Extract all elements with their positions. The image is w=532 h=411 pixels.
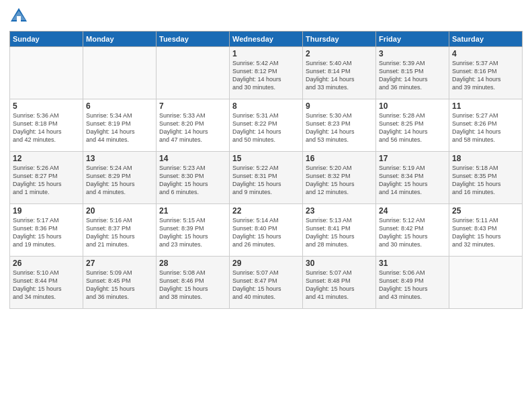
- calendar-table: SundayMondayTuesdayWednesdayThursdayFrid…: [9, 31, 523, 309]
- day-cell: 20Sunrise: 5:16 AM Sunset: 8:37 PM Dayli…: [83, 204, 157, 257]
- weekday-wednesday: Wednesday: [230, 32, 303, 47]
- day-number: 6: [86, 101, 153, 111]
- logo-icon: [9, 7, 28, 26]
- day-number: 31: [379, 259, 446, 268]
- day-info: Sunrise: 5:19 AM Sunset: 8:34 PM Dayligh…: [379, 164, 446, 197]
- day-number: 12: [13, 154, 80, 163]
- weekday-friday: Friday: [376, 32, 449, 47]
- day-number: 8: [232, 101, 300, 111]
- day-number: 10: [379, 101, 446, 111]
- day-info: Sunrise: 5:39 AM Sunset: 8:15 PM Dayligh…: [379, 59, 446, 92]
- day-cell: 18Sunrise: 5:18 AM Sunset: 8:35 PM Dayli…: [449, 152, 523, 204]
- day-cell: 5Sunrise: 5:36 AM Sunset: 8:18 PM Daylig…: [10, 99, 83, 152]
- day-cell: 23Sunrise: 5:13 AM Sunset: 8:41 PM Dayli…: [303, 204, 376, 257]
- day-info: Sunrise: 5:27 AM Sunset: 8:26 PM Dayligh…: [452, 111, 519, 144]
- day-info: Sunrise: 5:42 AM Sunset: 8:12 PM Dayligh…: [232, 59, 300, 92]
- day-cell: 19Sunrise: 5:17 AM Sunset: 8:36 PM Dayli…: [10, 204, 83, 257]
- day-cell: 16Sunrise: 5:20 AM Sunset: 8:32 PM Dayli…: [303, 152, 376, 204]
- day-number: 2: [306, 49, 373, 58]
- day-cell: 22Sunrise: 5:14 AM Sunset: 8:40 PM Dayli…: [230, 204, 303, 257]
- day-number: 24: [379, 206, 446, 216]
- day-number: 17: [379, 154, 446, 163]
- day-number: 1: [232, 49, 300, 58]
- day-cell: 2Sunrise: 5:40 AM Sunset: 8:14 PM Daylig…: [303, 47, 376, 99]
- day-info: Sunrise: 5:34 AM Sunset: 8:19 PM Dayligh…: [86, 111, 153, 144]
- day-cell: 27Sunrise: 5:09 AM Sunset: 8:45 PM Dayli…: [83, 257, 157, 309]
- day-info: Sunrise: 5:22 AM Sunset: 8:31 PM Dayligh…: [232, 164, 300, 197]
- day-info: Sunrise: 5:09 AM Sunset: 8:45 PM Dayligh…: [86, 269, 153, 302]
- day-cell: 7Sunrise: 5:33 AM Sunset: 8:20 PM Daylig…: [157, 99, 230, 152]
- weekday-saturday: Saturday: [449, 32, 523, 47]
- weekday-sunday: Sunday: [10, 32, 83, 47]
- day-info: Sunrise: 5:30 AM Sunset: 8:23 PM Dayligh…: [306, 111, 373, 144]
- day-cell: 3Sunrise: 5:39 AM Sunset: 8:15 PM Daylig…: [376, 47, 449, 99]
- day-cell: 30Sunrise: 5:07 AM Sunset: 8:48 PM Dayli…: [303, 257, 376, 309]
- day-cell: 9Sunrise: 5:30 AM Sunset: 8:23 PM Daylig…: [303, 99, 376, 152]
- day-info: Sunrise: 5:10 AM Sunset: 8:44 PM Dayligh…: [13, 269, 80, 302]
- day-number: 29: [232, 259, 300, 268]
- day-info: Sunrise: 5:15 AM Sunset: 8:39 PM Dayligh…: [159, 216, 226, 249]
- day-cell: 26Sunrise: 5:10 AM Sunset: 8:44 PM Dayli…: [10, 257, 83, 309]
- day-cell: 1Sunrise: 5:42 AM Sunset: 8:12 PM Daylig…: [230, 47, 303, 99]
- day-info: Sunrise: 5:07 AM Sunset: 8:48 PM Dayligh…: [306, 269, 373, 302]
- day-info: Sunrise: 5:14 AM Sunset: 8:40 PM Dayligh…: [232, 216, 300, 249]
- day-info: Sunrise: 5:28 AM Sunset: 8:25 PM Dayligh…: [379, 111, 446, 144]
- day-number: 14: [159, 154, 226, 163]
- day-cell: 12Sunrise: 5:26 AM Sunset: 8:27 PM Dayli…: [10, 152, 83, 204]
- day-cell: 21Sunrise: 5:15 AM Sunset: 8:39 PM Dayli…: [157, 204, 230, 257]
- day-cell: 14Sunrise: 5:23 AM Sunset: 8:30 PM Dayli…: [157, 152, 230, 204]
- day-info: Sunrise: 5:40 AM Sunset: 8:14 PM Dayligh…: [306, 59, 373, 92]
- week-row-2: 5Sunrise: 5:36 AM Sunset: 8:18 PM Daylig…: [10, 99, 523, 152]
- week-row-4: 19Sunrise: 5:17 AM Sunset: 8:36 PM Dayli…: [10, 204, 523, 257]
- day-info: Sunrise: 5:16 AM Sunset: 8:37 PM Dayligh…: [86, 216, 153, 249]
- day-cell: [10, 47, 83, 99]
- day-cell: 13Sunrise: 5:24 AM Sunset: 8:29 PM Dayli…: [83, 152, 157, 204]
- day-cell: 8Sunrise: 5:31 AM Sunset: 8:22 PM Daylig…: [230, 99, 303, 152]
- day-info: Sunrise: 5:20 AM Sunset: 8:32 PM Dayligh…: [306, 164, 373, 197]
- day-cell: 6Sunrise: 5:34 AM Sunset: 8:19 PM Daylig…: [83, 99, 157, 152]
- day-info: Sunrise: 5:31 AM Sunset: 8:22 PM Dayligh…: [232, 111, 300, 144]
- page: SundayMondayTuesdayWednesdayThursdayFrid…: [0, 0, 532, 411]
- day-number: 5: [13, 101, 80, 111]
- day-info: Sunrise: 5:06 AM Sunset: 8:49 PM Dayligh…: [379, 269, 446, 302]
- day-number: 15: [232, 154, 300, 163]
- day-cell: 4Sunrise: 5:37 AM Sunset: 8:16 PM Daylig…: [449, 47, 523, 99]
- day-info: Sunrise: 5:37 AM Sunset: 8:16 PM Dayligh…: [452, 59, 519, 92]
- weekday-thursday: Thursday: [303, 32, 376, 47]
- logo: [9, 7, 31, 26]
- weekday-monday: Monday: [83, 32, 157, 47]
- day-info: Sunrise: 5:36 AM Sunset: 8:18 PM Dayligh…: [13, 111, 80, 144]
- day-number: 20: [86, 206, 153, 216]
- day-info: Sunrise: 5:07 AM Sunset: 8:47 PM Dayligh…: [232, 269, 300, 302]
- week-row-3: 12Sunrise: 5:26 AM Sunset: 8:27 PM Dayli…: [10, 152, 523, 204]
- header: [9, 7, 523, 26]
- day-number: 23: [306, 206, 373, 216]
- svg-rect-2: [17, 16, 21, 21]
- day-cell: 29Sunrise: 5:07 AM Sunset: 8:47 PM Dayli…: [230, 257, 303, 309]
- day-number: 25: [452, 206, 519, 216]
- week-row-5: 26Sunrise: 5:10 AM Sunset: 8:44 PM Dayli…: [10, 257, 523, 309]
- day-info: Sunrise: 5:26 AM Sunset: 8:27 PM Dayligh…: [13, 164, 80, 197]
- day-number: 21: [159, 206, 226, 216]
- day-number: 13: [86, 154, 153, 163]
- weekday-tuesday: Tuesday: [157, 32, 230, 47]
- day-number: 4: [452, 49, 519, 58]
- day-info: Sunrise: 5:11 AM Sunset: 8:43 PM Dayligh…: [452, 216, 519, 249]
- day-number: 11: [452, 101, 519, 111]
- week-row-1: 1Sunrise: 5:42 AM Sunset: 8:12 PM Daylig…: [10, 47, 523, 99]
- day-number: 30: [306, 259, 373, 268]
- day-number: 26: [13, 259, 80, 268]
- day-info: Sunrise: 5:13 AM Sunset: 8:41 PM Dayligh…: [306, 216, 373, 249]
- day-number: 19: [13, 206, 80, 216]
- day-cell: 28Sunrise: 5:08 AM Sunset: 8:46 PM Dayli…: [157, 257, 230, 309]
- day-number: 22: [232, 206, 300, 216]
- day-info: Sunrise: 5:18 AM Sunset: 8:35 PM Dayligh…: [452, 164, 519, 197]
- day-number: 27: [86, 259, 153, 268]
- day-info: Sunrise: 5:08 AM Sunset: 8:46 PM Dayligh…: [159, 269, 226, 302]
- day-info: Sunrise: 5:33 AM Sunset: 8:20 PM Dayligh…: [159, 111, 226, 144]
- day-number: 16: [306, 154, 373, 163]
- day-cell: 15Sunrise: 5:22 AM Sunset: 8:31 PM Dayli…: [230, 152, 303, 204]
- day-cell: 31Sunrise: 5:06 AM Sunset: 8:49 PM Dayli…: [376, 257, 449, 309]
- day-info: Sunrise: 5:24 AM Sunset: 8:29 PM Dayligh…: [86, 164, 153, 197]
- day-cell: [157, 47, 230, 99]
